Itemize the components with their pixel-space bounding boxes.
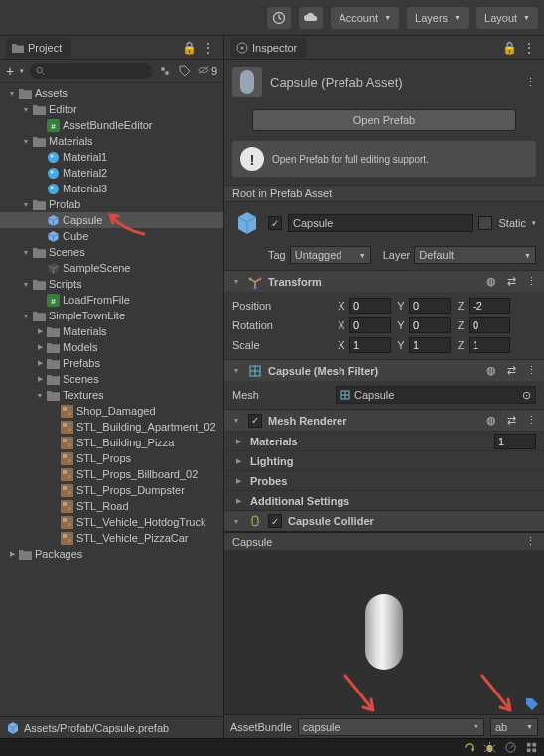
filter-by-type-icon[interactable] — [158, 65, 172, 77]
tree-item[interactable]: Capsule — [0, 212, 223, 228]
help-icon[interactable]: ◍ — [484, 275, 498, 288]
activity-icon[interactable] — [504, 741, 517, 754]
tree-item[interactable]: ▼Textures — [0, 387, 223, 403]
preset-icon[interactable]: ⇄ — [504, 275, 518, 288]
tree-item[interactable]: ▼Scenes — [0, 244, 223, 260]
add-menu[interactable]: + — [6, 63, 14, 79]
tree-item[interactable]: Material3 — [0, 181, 223, 196]
tree-item[interactable]: STL_Vehicle_PizzaCar — [0, 530, 223, 546]
layout-dropdown[interactable]: Layout▼ — [476, 7, 538, 29]
materials-foldout[interactable]: ▶Materials1 — [224, 431, 544, 450]
meshrenderer-header[interactable]: ▼ ✓ Mesh Renderer ◍ ⇄ ⋮ — [224, 409, 544, 431]
expand-icon[interactable]: ▶ — [34, 375, 46, 383]
asset-menu-icon[interactable]: ⋮ — [525, 76, 536, 89]
materials-count[interactable]: 1 — [494, 434, 536, 449]
layer-dropdown[interactable]: Default▼ — [414, 246, 536, 264]
tree-item[interactable]: ▶Models — [0, 339, 223, 355]
tree-item[interactable]: STL_Props — [0, 450, 223, 466]
scale-y-field[interactable]: 1 — [409, 337, 451, 353]
component-menu-icon[interactable]: ⋮ — [524, 275, 538, 288]
asset-thumbnail[interactable] — [232, 67, 262, 97]
tree-item[interactable]: STL_Props_Dumpster — [0, 482, 223, 498]
tree-item[interactable]: ▼Editor — [0, 101, 223, 117]
tree-item[interactable]: ▶Scenes — [0, 371, 223, 387]
position-z-field[interactable]: -2 — [469, 298, 510, 314]
help-icon[interactable]: ◍ — [484, 364, 498, 377]
bug-icon[interactable] — [483, 741, 496, 754]
tree-item[interactable]: STL_Vehicle_HotdogTruck — [0, 514, 223, 530]
component-menu-icon[interactable]: ⋮ — [524, 414, 538, 427]
tree-item[interactable]: STL_Building_Pizza — [0, 435, 223, 450]
collapse-icon[interactable]: ▼ — [20, 281, 32, 288]
hidden-count[interactable]: 9 — [198, 65, 217, 77]
tree-item[interactable]: ▼Profab — [0, 196, 223, 212]
tree-item[interactable]: #AssetBundleEditor — [0, 117, 223, 133]
static-checkbox[interactable] — [478, 216, 492, 230]
collapse-icon[interactable]: ▼ — [20, 106, 32, 113]
position-x-field[interactable]: 0 — [349, 298, 391, 314]
scale-z-field[interactable]: 1 — [469, 337, 510, 353]
account-dropdown[interactable]: Account▼ — [331, 7, 399, 29]
filter-by-label-icon[interactable] — [178, 65, 192, 77]
collab-history-icon[interactable] — [267, 7, 291, 29]
collapse-icon[interactable]: ▼ — [34, 392, 46, 399]
tree-item[interactable]: Cube — [0, 228, 223, 244]
expand-icon[interactable]: ▶ — [34, 359, 46, 367]
gameobject-name-field[interactable]: Capsule — [288, 214, 473, 232]
tree-item[interactable]: ▼Materials — [0, 133, 223, 149]
project-tree[interactable]: ▼Assets▼Editor#AssetBundleEditor▼Materia… — [0, 83, 223, 716]
tree-item[interactable]: ▼Assets — [0, 85, 223, 101]
collider-header[interactable]: ▼ ✓ Capsule Collider — [224, 510, 544, 532]
meshfilter-header[interactable]: ▼ Capsule (Mesh Filter) ◍ ⇄ ⋮ — [224, 359, 544, 381]
additional-foldout[interactable]: ▶Additional Settings — [224, 490, 544, 510]
panel-menu-icon[interactable]: ⋮ — [200, 41, 217, 55]
tab-project[interactable]: Project — [6, 38, 71, 58]
assetbundle-variant-dropdown[interactable]: ab▼ — [490, 718, 538, 736]
expand-icon[interactable]: ▶ — [6, 550, 18, 558]
tab-inspector[interactable]: Inspector — [230, 38, 307, 58]
collapse-icon[interactable]: ▼ — [20, 249, 32, 256]
search-field[interactable] — [45, 65, 146, 76]
mesh-field[interactable]: Capsule ⊙ — [336, 386, 536, 404]
panel-menu-icon[interactable]: ⋮ — [525, 535, 536, 548]
position-y-field[interactable]: 0 — [409, 298, 451, 314]
asset-preview[interactable] — [224, 550, 544, 714]
tree-item[interactable]: STL_Road — [0, 498, 223, 514]
tree-item[interactable]: Shop_Damaged — [0, 403, 223, 419]
cloud-icon[interactable] — [299, 7, 323, 29]
lock-icon[interactable]: 🔒 — [499, 41, 520, 55]
tree-item[interactable]: #LoadFromFile — [0, 292, 223, 308]
grid-icon[interactable] — [525, 741, 538, 754]
scale-x-field[interactable]: 1 — [349, 337, 391, 353]
help-icon[interactable]: ◍ — [484, 414, 498, 427]
expand-icon[interactable]: ▶ — [34, 327, 46, 335]
collapse-icon[interactable]: ▼ — [20, 313, 32, 319]
tree-item[interactable]: Material2 — [0, 165, 223, 181]
search-input[interactable] — [30, 63, 152, 79]
enabled-checkbox[interactable]: ✓ — [268, 216, 282, 230]
tree-item[interactable]: STL_Building_Apartment_02 — [0, 419, 223, 435]
rotation-y-field[interactable]: 0 — [409, 317, 451, 333]
rotation-x-field[interactable]: 0 — [349, 317, 391, 333]
assetbundle-dropdown[interactable]: capsule▼ — [298, 718, 484, 736]
tree-item[interactable]: SampleScene — [0, 260, 223, 276]
layers-dropdown[interactable]: Layers▼ — [407, 7, 469, 29]
preset-icon[interactable]: ⇄ — [504, 364, 518, 377]
tree-item[interactable]: ▶Materials — [0, 323, 223, 339]
expand-icon[interactable]: ▶ — [34, 343, 46, 351]
static-dropdown[interactable]: ▾ — [532, 219, 536, 227]
collapse-icon[interactable]: ▼ — [20, 138, 32, 145]
preset-icon[interactable]: ⇄ — [504, 414, 518, 427]
collapse-icon[interactable]: ▼ — [6, 90, 18, 97]
prefab-icon[interactable] — [232, 208, 262, 238]
tag-dropdown[interactable]: Untagged▼ — [290, 246, 371, 264]
tree-item[interactable]: ▶Packages — [0, 546, 223, 562]
tree-item[interactable]: ▼Scripts — [0, 276, 223, 292]
lock-icon[interactable]: 🔒 — [179, 41, 200, 55]
tree-item[interactable]: STL_Props_Billboard_02 — [0, 466, 223, 482]
collapse-icon[interactable]: ▼ — [20, 201, 32, 208]
rotation-z-field[interactable]: 0 — [469, 317, 510, 333]
meshrenderer-checkbox[interactable]: ✓ — [248, 414, 262, 428]
panel-menu-icon[interactable]: ⋮ — [520, 41, 538, 55]
component-menu-icon[interactable]: ⋮ — [524, 364, 538, 377]
